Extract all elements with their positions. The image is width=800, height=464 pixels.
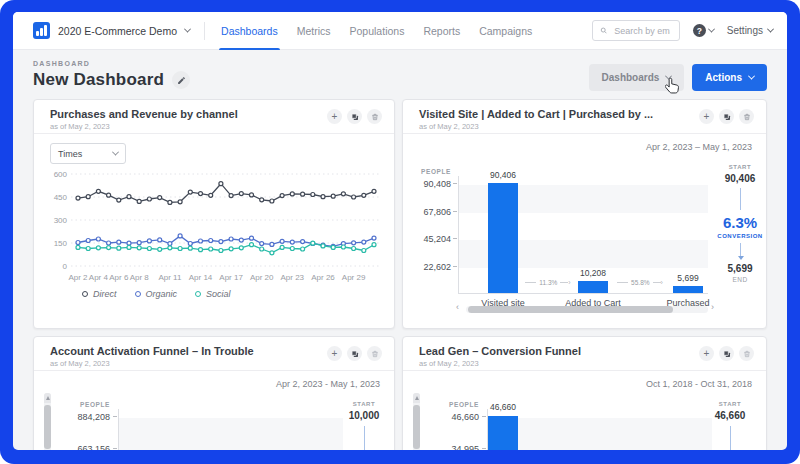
- v-scroll-up-button[interactable]: [44, 393, 51, 403]
- help-icon: ?: [693, 24, 706, 37]
- y-tick-label: 45,204: [407, 234, 451, 244]
- trash-icon[interactable]: [367, 346, 382, 361]
- dashboard-grid: Purchases and Revenue by channel as of M…: [13, 99, 787, 450]
- svg-text:Apr 8: Apr 8: [130, 273, 150, 282]
- legend-item-direct[interactable]: Direct: [82, 289, 117, 299]
- tab-dashboards[interactable]: Dashboards: [221, 12, 278, 50]
- nav-divider: [204, 22, 205, 40]
- plus-icon[interactable]: +: [327, 346, 342, 361]
- tab-campaigns[interactable]: Campaigns: [479, 12, 532, 50]
- tab-populations[interactable]: Populations: [350, 12, 405, 50]
- trash-icon[interactable]: [739, 346, 754, 361]
- tab-reports[interactable]: Reports: [423, 12, 460, 50]
- funnel-bar[interactable]: [673, 286, 703, 293]
- svg-text:Apr 11: Apr 11: [158, 273, 182, 282]
- svg-text:600: 600: [54, 170, 68, 179]
- scroll-right-arrow[interactable]: ›: [711, 302, 714, 312]
- summary-arrow-head: [738, 256, 744, 260]
- help-menu[interactable]: ?: [693, 24, 714, 37]
- summary-start-label: START: [700, 401, 760, 407]
- search-input[interactable]: [612, 25, 672, 37]
- card-title: Visited Site | Added to Cart | Purchased…: [419, 108, 653, 120]
- svg-text:Apr 14: Apr 14: [189, 273, 213, 282]
- transition-label: 55.8%›: [614, 279, 666, 286]
- search-box[interactable]: [592, 20, 680, 41]
- plus-icon[interactable]: +: [699, 109, 714, 124]
- v-scroll-up-button[interactable]: [413, 393, 420, 403]
- svg-text:150: 150: [54, 239, 68, 248]
- card-account-activation-funnel: Account Activation Funnel – In Trouble a…: [33, 336, 395, 450]
- y-tick-label: 884,208: [42, 412, 110, 422]
- y-tick-label: 663,156: [42, 444, 110, 450]
- summary-end-label: END: [711, 276, 767, 283]
- chevron-down-icon: [665, 73, 672, 80]
- card-asof: as of May 2, 2023: [419, 122, 653, 131]
- nav-right: ? Settings: [592, 20, 773, 41]
- copy-icon[interactable]: [347, 109, 362, 124]
- svg-text:Apr 17: Apr 17: [219, 273, 243, 282]
- breadcrumb: DASHBOARD: [33, 60, 190, 67]
- page-header: DASHBOARD New Dashboard Dashboards Actio: [13, 50, 787, 99]
- card-asof: as of May 2, 2023: [50, 122, 238, 131]
- summary-arrow-line: [364, 426, 365, 450]
- funnel-bar[interactable]: [488, 416, 518, 450]
- svg-text:Apr 29: Apr 29: [342, 273, 366, 282]
- title-block: DASHBOARD New Dashboard: [33, 60, 190, 90]
- line-chart[interactable]: 0150300450600Apr 2Apr 4Apr 6Apr 8Apr 11A…: [34, 166, 394, 288]
- page-title: New Dashboard: [33, 70, 164, 90]
- funnel-chart[interactable]: PEOPLE90,40867,80645,20422,60290,406Visi…: [403, 142, 766, 329]
- transition-label: 11.3%›: [522, 279, 574, 286]
- funnel-bar[interactable]: [488, 183, 518, 293]
- tab-metrics[interactable]: Metrics: [297, 12, 331, 50]
- search-icon: [600, 26, 607, 35]
- summary-end-value: 5,699: [711, 263, 767, 274]
- copy-icon[interactable]: [347, 346, 362, 361]
- funnel-chart[interactable]: PEOPLE884,208663,156START10,00017.7%: [34, 379, 394, 450]
- y-tick-label: 34,995: [411, 444, 479, 450]
- funnel-chart[interactable]: PEOPLE46,66034,99546,660START46,6609.4%: [403, 379, 766, 450]
- y-tick-label: 90,408: [407, 179, 451, 189]
- plus-icon[interactable]: +: [699, 346, 714, 361]
- date-range: Oct 1, 2018 - Oct 31, 2018: [403, 379, 752, 389]
- legend-item-organic[interactable]: Organic: [135, 289, 178, 299]
- copy-icon[interactable]: [719, 346, 734, 361]
- org-selector[interactable]: 2020 E-Commerce Demo: [33, 22, 190, 39]
- svg-text:Apr 26: Apr 26: [311, 273, 335, 282]
- actions-dropdown-button[interactable]: Actions: [692, 64, 767, 91]
- edit-title-button[interactable]: [172, 71, 190, 89]
- y-tick-mark: [453, 183, 457, 184]
- pencil-icon: [177, 76, 186, 85]
- org-name: 2020 E-Commerce Demo: [58, 25, 177, 37]
- legend-marker: [82, 291, 88, 297]
- legend-marker: [135, 291, 141, 297]
- chevron-down-icon: [708, 26, 715, 33]
- chart-legend: Direct Organic Social: [82, 289, 394, 299]
- bar-value-label: 5,699: [658, 273, 718, 283]
- chevron-down-icon: [748, 73, 755, 80]
- trash-icon[interactable]: [739, 109, 754, 124]
- x-axis-line: [458, 293, 708, 294]
- card-title: Lead Gen – Conversion Funnel: [419, 345, 581, 357]
- svg-text:Apr 4: Apr 4: [89, 273, 109, 282]
- browser-frame: 2020 E-Commerce Demo Dashboards Metrics …: [0, 0, 800, 464]
- chevron-down-icon: [184, 26, 191, 33]
- bar-value-label: 46,660: [473, 402, 533, 412]
- summary-conversion-value: 6.3%: [711, 214, 767, 231]
- summary-conversion-label: CONVERSION: [711, 233, 767, 239]
- trash-icon[interactable]: [367, 109, 382, 124]
- funnel-bar[interactable]: [578, 281, 608, 293]
- dashboards-dropdown-button[interactable]: Dashboards: [589, 64, 685, 91]
- interval-select[interactable]: Times: [50, 143, 126, 164]
- y-axis-label: PEOPLE: [52, 401, 110, 408]
- settings-menu[interactable]: Settings: [727, 25, 773, 36]
- summary-start-value: 90,406: [711, 173, 767, 184]
- card-asof: as of May 2, 2023: [50, 359, 254, 368]
- svg-text:Apr 20: Apr 20: [250, 273, 274, 282]
- copy-icon[interactable]: [719, 109, 734, 124]
- plus-icon[interactable]: +: [327, 109, 342, 124]
- scroll-left-arrow[interactable]: ‹: [456, 302, 459, 312]
- legend-marker: [195, 291, 201, 297]
- legend-item-social[interactable]: Social: [195, 289, 231, 299]
- h-scrollbar-thumb[interactable]: [468, 306, 673, 313]
- y-tick-mark: [453, 266, 457, 267]
